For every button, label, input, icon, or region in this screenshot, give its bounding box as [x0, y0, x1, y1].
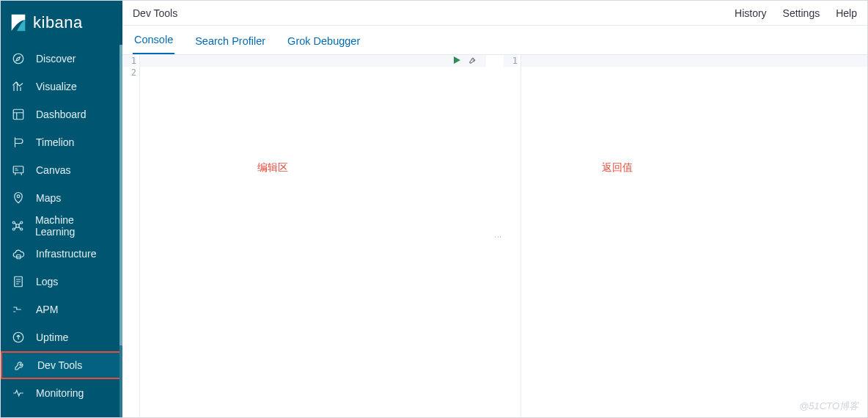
svg-point-8: [21, 228, 23, 230]
history-link[interactable]: History: [735, 7, 767, 19]
page-title: Dev Tools: [133, 7, 177, 19]
svg-point-7: [13, 228, 15, 230]
brand-name: kibana: [33, 13, 83, 32]
sidebar-item-machine-learning[interactable]: Machine Learning: [1, 212, 122, 240]
sidebar-item-logs[interactable]: Logs: [1, 268, 122, 296]
help-link[interactable]: Help: [836, 7, 857, 19]
wrench-icon: [12, 358, 27, 373]
editor-annotation: 编辑区: [257, 161, 288, 175]
tab-search-profiler[interactable]: Search Profiler: [194, 28, 267, 54]
sidebar-item-uptime[interactable]: Uptime: [1, 323, 122, 351]
sidebar-item-discover[interactable]: Discover: [1, 45, 122, 73]
sidebar: kibana Discover Visualize Dashboard Time…: [1, 1, 122, 417]
heartbeat-icon: [11, 386, 26, 400]
sidebar-item-visualize[interactable]: Visualize: [1, 73, 122, 100]
editor-pane: 1 2 编辑区: [122, 55, 492, 417]
drag-dots-icon: ⋮: [494, 233, 502, 239]
svg-point-3: [17, 195, 20, 198]
apm-icon: [11, 302, 26, 317]
line-number: 1: [122, 55, 136, 67]
settings-link[interactable]: Settings: [783, 7, 820, 19]
run-icon[interactable]: [452, 56, 463, 66]
tab-console[interactable]: Console: [133, 26, 174, 54]
logs-icon: [11, 274, 26, 289]
sidebar-item-label: Maps: [36, 192, 61, 204]
brand-logo[interactable]: kibana: [1, 1, 122, 45]
kibana-app: kibana Discover Visualize Dashboard Time…: [0, 0, 868, 418]
sidebar-item-label: APM: [36, 304, 58, 315]
sidebar-item-label: Canvas: [36, 164, 70, 176]
editor-active-line: [140, 55, 486, 67]
sidebar-item-timelion[interactable]: Timelion: [1, 128, 122, 156]
wrench-small-icon[interactable]: [468, 56, 479, 66]
sidebar-item-monitoring[interactable]: Monitoring: [1, 379, 122, 407]
output-gutter: 1: [504, 55, 521, 417]
editor-gutter: 1 2: [122, 55, 140, 417]
topbar-links: History Settings Help: [735, 7, 857, 19]
sidebar-item-maps[interactable]: Maps: [1, 184, 122, 212]
tab-grok-debugger[interactable]: Grok Debugger: [286, 28, 361, 54]
cloud-icon: [11, 246, 26, 261]
sidebar-item-label: Logs: [36, 276, 58, 287]
canvas-icon: [11, 163, 26, 177]
bar-chart-icon: [11, 79, 26, 94]
sidebar-item-label: Visualize: [36, 81, 77, 92]
timelion-icon: [11, 135, 26, 150]
output-annotation: 返回值: [602, 161, 633, 175]
uptime-icon: [11, 330, 26, 345]
devtools-tabs: Console Search Profiler Grok Debugger: [122, 26, 867, 55]
sidebar-item-label: Dev Tools: [37, 359, 82, 371]
compass-icon: [11, 51, 26, 66]
main-panel: Dev Tools History Settings Help Console …: [122, 1, 867, 417]
sidebar-item-label: Uptime: [36, 331, 68, 343]
svg-point-6: [21, 221, 23, 224]
sidebar-item-dashboard[interactable]: Dashboard: [1, 100, 122, 128]
pane-divider[interactable]: ⋮: [492, 55, 504, 417]
kibana-logo-icon: [10, 13, 27, 32]
sidebar-nav: Discover Visualize Dashboard Timelion Ca…: [1, 45, 122, 417]
sidebar-item-label: Infrastructure: [36, 248, 96, 260]
line-number: 1: [504, 55, 518, 67]
line-number: 2: [122, 67, 136, 78]
map-pin-icon: [11, 191, 26, 205]
sidebar-item-infrastructure[interactable]: Infrastructure: [1, 240, 122, 268]
watermark: @51CTO博客: [799, 400, 858, 413]
sidebar-item-canvas[interactable]: Canvas: [1, 156, 122, 184]
sidebar-item-label: Discover: [36, 53, 76, 65]
output-code-area: 返回值: [521, 55, 867, 417]
dashboard-icon: [11, 107, 26, 122]
svg-point-5: [13, 221, 15, 224]
svg-rect-2: [13, 166, 23, 173]
console-panes: 1 2 编辑区: [122, 55, 867, 417]
editor-code-area[interactable]: 编辑区: [140, 55, 486, 417]
editor-actions: [452, 56, 479, 66]
topbar: Dev Tools History Settings Help: [122, 1, 867, 26]
sidebar-item-label: Machine Learning: [35, 214, 112, 238]
sidebar-item-apm[interactable]: APM: [1, 296, 122, 323]
sidebar-item-label: Monitoring: [36, 387, 84, 399]
sidebar-item-label: Dashboard: [36, 109, 87, 120]
output-first-line: [521, 55, 867, 67]
output-pane: 1 返回值: [504, 55, 867, 417]
sidebar-item-dev-tools[interactable]: Dev Tools: [1, 351, 122, 379]
svg-rect-1: [13, 109, 23, 120]
svg-point-0: [13, 54, 23, 64]
sidebar-item-label: Timelion: [36, 136, 74, 148]
ml-icon: [11, 219, 25, 233]
